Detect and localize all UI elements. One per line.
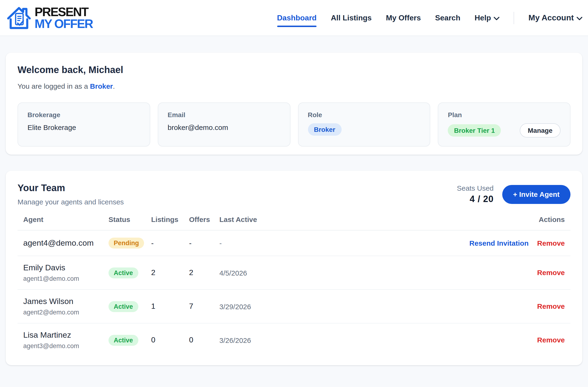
seats-used-value: 4 / 20	[457, 194, 493, 205]
brand-wordmark: PRESENT MY OFFER	[35, 6, 93, 29]
team-title: Your Team	[18, 182, 124, 193]
agent-email: agent3@demo.com	[23, 342, 97, 349]
welcome-card: Welcome back, Michael You are logged in …	[6, 53, 582, 155]
row-actions: Remove	[438, 256, 570, 290]
role-badge: Broker	[308, 123, 341, 136]
top-nav-bar: PRESENT MY OFFER Dashboard All Listings …	[0, 0, 588, 36]
brand-logo[interactable]: PRESENT MY OFFER	[6, 4, 93, 31]
table-header-row: AgentStatusListingsOffersLast ActiveActi…	[18, 213, 570, 230]
nav-help-label: Help	[475, 14, 491, 22]
offers-count: 7	[183, 290, 214, 323]
status-badge: Active	[108, 335, 138, 345]
remove-link[interactable]: Remove	[537, 239, 565, 247]
nav-divider	[514, 12, 514, 24]
welcome-title: Welcome back, Michael	[18, 65, 570, 75]
last-active-date: 4/5/2026	[214, 256, 438, 290]
agent-cell: agent4@demo.com	[18, 230, 103, 256]
team-header-actions: Seats Used 4 / 20 + Invite Agent	[457, 184, 570, 205]
listings-count: -	[146, 230, 183, 256]
remove-link[interactable]: Remove	[537, 269, 565, 276]
welcome-subtitle-suffix: .	[113, 82, 115, 90]
chevron-down-icon	[494, 16, 500, 20]
resend-invitation-link[interactable]: Resend Invitation	[469, 239, 528, 247]
nav-help[interactable]: Help	[475, 14, 499, 22]
table-row: Lisa Martinez agent3@demo.com Active 0 0…	[18, 323, 570, 357]
plan-row: Broker Tier 1 Manage	[448, 123, 561, 137]
status-badge: Active	[108, 301, 138, 312]
status-cell: Active	[103, 290, 146, 323]
nav-my-offers[interactable]: My Offers	[386, 14, 421, 22]
app: PRESENT MY OFFER Dashboard All Listings …	[0, 0, 588, 387]
offers-count: -	[183, 230, 214, 256]
brokerage-label: Brokerage	[27, 111, 140, 118]
primary-nav: Dashboard All Listings My Offers Search …	[277, 12, 582, 24]
status-cell: Active	[103, 323, 146, 357]
agent-cell: Emily Davis agent1@demo.com	[18, 256, 103, 290]
brokerage-value: Elite Brokerage	[27, 123, 140, 131]
row-actions: Remove	[438, 290, 570, 323]
team-table: AgentStatusListingsOffersLast ActiveActi…	[18, 213, 570, 357]
table-row: Emily Davis agent1@demo.com Active 2 2 4…	[18, 256, 570, 290]
offers-count: 0	[183, 323, 214, 357]
column-header-status: Status	[103, 213, 146, 230]
status-cell: Active	[103, 256, 146, 290]
last-active-date: -	[214, 230, 438, 256]
plan-badge: Broker Tier 1	[448, 124, 501, 137]
status-badge: Pending	[108, 238, 144, 249]
status-badge: Active	[108, 267, 138, 278]
house-document-icon	[6, 4, 32, 31]
listings-count: 0	[146, 323, 183, 357]
column-header-actions: Actions	[438, 213, 570, 230]
welcome-role-highlight: Broker	[90, 82, 113, 90]
table-row: James Wilson agent2@demo.com Active 1 7 …	[18, 290, 570, 323]
team-subtitle: Manage your agents and licenses	[18, 198, 124, 206]
seats-used-label: Seats Used	[457, 184, 493, 192]
remove-link[interactable]: Remove	[537, 302, 565, 310]
info-card-role: Role Broker	[298, 102, 430, 147]
column-header-listings: Listings	[146, 213, 183, 230]
agent-email: agent1@demo.com	[23, 275, 97, 282]
last-active-date: 3/29/2026	[214, 290, 438, 323]
row-actions: Remove	[438, 323, 570, 357]
agent-name: Lisa Martinez	[23, 331, 97, 340]
plan-label: Plan	[448, 111, 561, 118]
info-card-plan: Plan Broker Tier 1 Manage	[438, 102, 571, 147]
table-row: agent4@demo.com Pending - - - Resend Inv…	[18, 230, 570, 256]
offers-count: 2	[183, 256, 214, 290]
agent-name: Emily Davis	[23, 263, 97, 273]
info-card-brokerage: Brokerage Elite Brokerage	[18, 102, 150, 147]
chevron-down-icon	[577, 16, 582, 20]
last-active-date: 3/26/2026	[214, 323, 438, 357]
invite-agent-button[interactable]: + Invite Agent	[502, 185, 570, 204]
agent-name: agent4@demo.com	[23, 238, 97, 248]
welcome-subtitle: You are logged in as a Broker.	[18, 82, 570, 90]
row-actions: Resend InvitationRemove	[438, 230, 570, 256]
team-card: Your Team Manage your agents and license…	[6, 171, 582, 365]
seats-used-block: Seats Used 4 / 20	[457, 184, 493, 205]
info-card-email: Email broker@demo.com	[158, 102, 291, 147]
account-info-grid: Brokerage Elite Brokerage Email broker@d…	[18, 102, 570, 147]
manage-plan-button[interactable]: Manage	[520, 123, 561, 137]
column-header-agent: Agent	[18, 213, 103, 230]
agent-cell: James Wilson agent2@demo.com	[18, 290, 103, 323]
nav-my-account-label: My Account	[528, 13, 574, 23]
nav-all-listings[interactable]: All Listings	[331, 14, 372, 22]
listings-count: 2	[146, 256, 183, 290]
remove-link[interactable]: Remove	[537, 336, 565, 344]
main-content: Welcome back, Michael You are logged in …	[0, 36, 588, 365]
agent-name: James Wilson	[23, 297, 97, 306]
email-label: Email	[168, 111, 280, 118]
team-header: Your Team Manage your agents and license…	[18, 182, 570, 206]
email-value: broker@demo.com	[168, 123, 280, 131]
nav-search[interactable]: Search	[435, 14, 460, 22]
nav-dashboard[interactable]: Dashboard	[277, 14, 316, 22]
team-header-text: Your Team Manage your agents and license…	[18, 182, 124, 206]
brand-line-1: PRESENT	[35, 6, 93, 18]
listings-count: 1	[146, 290, 183, 323]
agent-cell: Lisa Martinez agent3@demo.com	[18, 323, 103, 357]
nav-my-account[interactable]: My Account	[528, 13, 582, 23]
welcome-subtitle-prefix: You are logged in as a	[18, 82, 90, 90]
role-label: Role	[308, 111, 420, 118]
agent-email: agent2@demo.com	[23, 309, 97, 316]
brand-line-2: MY OFFER	[35, 18, 93, 29]
